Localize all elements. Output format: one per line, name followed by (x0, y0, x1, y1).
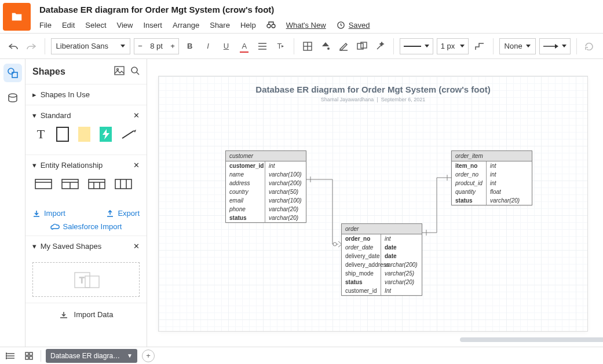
section-standard[interactable]: ▾ Standard✕ (32, 111, 140, 120)
import-data-button[interactable]: Import Data (25, 303, 147, 326)
entity-field[interactable]: statusvarchar(20) (226, 214, 306, 222)
menu-share[interactable]: Share (210, 21, 230, 30)
canvas[interactable]: Database ER diagram for Order Mgt System… (147, 59, 603, 347)
end-endpoint-select[interactable] (539, 38, 571, 54)
entity-order-item[interactable]: order_item item_nointorder_nointprodcut_… (451, 150, 532, 205)
bold-button[interactable]: B (182, 38, 197, 54)
text-color-button[interactable]: A (237, 38, 251, 54)
document-title[interactable]: Database ER diagram for Order Mgt System… (36, 2, 603, 17)
undo-button[interactable] (6, 38, 20, 54)
app-logo[interactable] (3, 3, 31, 31)
entity-field[interactable]: addressvarchar(200) (226, 179, 306, 187)
svg-point-16 (9, 94, 17, 97)
magic-button[interactable] (372, 38, 387, 54)
entity-field[interactable]: phonevarchar(20) (226, 205, 306, 214)
menu-help[interactable]: Help (240, 21, 256, 30)
entity-field[interactable]: statusvarchar(20) (342, 278, 422, 286)
entity-field[interactable]: countryvarchar(50) (226, 187, 306, 196)
menu-edit[interactable]: Edit (62, 21, 75, 30)
align-button[interactable] (255, 38, 269, 54)
menu-bar: File Edit Select View Insert Arrange Sha… (36, 17, 603, 30)
entity-field[interactable]: ship_modevarchar(25) (342, 269, 422, 278)
panel-image-icon[interactable] (114, 66, 125, 77)
find-icon[interactable] (266, 20, 276, 30)
diagram-title-block[interactable]: Database ER diagram for Order Mgt System… (159, 76, 587, 102)
start-endpoint-select[interactable]: None (499, 38, 536, 54)
rail-shapes-button[interactable] (3, 64, 22, 82)
menu-insert[interactable]: Insert (143, 21, 162, 30)
entity-field[interactable]: customer_idInt (342, 286, 422, 295)
shape-arrow[interactable] (121, 127, 137, 142)
saved-shapes-dropzone[interactable]: T (32, 262, 140, 297)
shape-note[interactable] (78, 127, 90, 142)
font-size-decrease[interactable]: − (134, 42, 146, 50)
entity-customer[interactable]: customer customer_idintnamevarchar(100)a… (225, 150, 306, 223)
section-saved-shapes[interactable]: ▾ My Saved Shapes✕ (32, 242, 140, 251)
section-shapes-in-use[interactable]: ▸ Shapes In Use (32, 90, 140, 99)
menu-view[interactable]: View (117, 21, 133, 30)
font-size-increase[interactable]: + (167, 42, 178, 50)
revert-button[interactable] (583, 38, 597, 54)
layout-button[interactable] (300, 38, 315, 54)
close-icon[interactable]: ✕ (133, 161, 140, 170)
menu-whats-new[interactable]: What's New (286, 21, 326, 30)
er-shape-1[interactable] (35, 177, 52, 192)
entity-field[interactable]: quantityfloat (452, 187, 532, 196)
entity-order[interactable]: order order_nointorder_datedatedelivery_… (341, 223, 422, 296)
er-shape-3[interactable] (88, 177, 105, 192)
add-page-button[interactable]: + (142, 350, 155, 362)
italic-button[interactable]: I (200, 38, 215, 54)
entity-field[interactable]: statusvarchar(20) (452, 196, 532, 205)
diagram-page[interactable]: Database ER diagram for Order Mgt System… (159, 76, 587, 331)
shape-style-button[interactable] (355, 38, 369, 54)
entity-field[interactable]: order_noint (452, 170, 532, 179)
line-shape-button[interactable] (472, 38, 487, 54)
entity-field[interactable]: customer_idint (226, 161, 306, 170)
import-link[interactable]: Import (32, 209, 65, 218)
entity-field[interactable]: item_noint (452, 161, 532, 170)
er-shape-4[interactable] (115, 177, 132, 192)
export-link[interactable]: Export (106, 209, 140, 218)
entity-field[interactable]: emailvarchar(100) (226, 196, 306, 205)
close-icon[interactable]: ✕ (133, 242, 140, 251)
line-style-select[interactable] (400, 38, 433, 54)
font-family-select[interactable]: Liberation Sans (51, 38, 131, 54)
entity-field[interactable]: namevarchar(100) (226, 170, 306, 179)
salesforce-import-link[interactable]: Salesforce Import (32, 222, 140, 231)
svg-point-19 (131, 67, 137, 73)
font-size-stepper[interactable]: − 8 pt + (134, 38, 179, 54)
entity-field[interactable]: order_noint (342, 234, 422, 243)
shape-rectangle[interactable] (56, 127, 69, 142)
line-width-select[interactable]: 1 px (437, 38, 469, 54)
menu-select[interactable]: Select (85, 21, 106, 30)
border-color-button[interactable] (337, 38, 351, 54)
svg-point-38 (333, 242, 337, 246)
shape-live[interactable] (100, 127, 112, 142)
menu-file[interactable]: File (39, 21, 52, 30)
shape-text[interactable]: T (35, 127, 47, 142)
page-tab[interactable]: Database ER diagra…▼ (46, 349, 137, 363)
entity-field[interactable]: delivery_datedate (342, 252, 422, 260)
entity-field[interactable]: prodcut_idint (452, 179, 532, 187)
save-status[interactable]: Saved (337, 21, 370, 30)
underline-button[interactable]: U (219, 38, 233, 54)
font-size-value[interactable]: 8 pt (146, 42, 167, 50)
view-list-icon[interactable] (3, 349, 17, 363)
entity-field[interactable]: delivery_addressvarchar(200) (342, 260, 422, 269)
shapes-panel: Shapes ▸ Shapes In Use ▾ Standard✕ T ▾ E… (25, 59, 147, 347)
fill-color-button[interactable] (318, 38, 332, 54)
panel-search-icon[interactable] (130, 66, 140, 77)
section-er[interactable]: ▾ Entity Relationship✕ (32, 161, 140, 170)
menu-arrange[interactable]: Arrange (173, 21, 199, 30)
horizontal-scrollbar[interactable] (309, 337, 586, 343)
svg-point-44 (6, 353, 7, 354)
close-icon[interactable]: ✕ (133, 111, 140, 120)
er-shape-2[interactable] (61, 177, 79, 192)
svg-line-21 (122, 131, 134, 138)
text-options-button[interactable]: T▸ (273, 38, 288, 54)
svg-rect-50 (30, 356, 32, 359)
rail-data-button[interactable] (3, 89, 22, 108)
entity-field[interactable]: order_datedate (342, 243, 422, 252)
view-grid-icon[interactable] (22, 349, 36, 363)
redo-button[interactable] (24, 38, 38, 54)
